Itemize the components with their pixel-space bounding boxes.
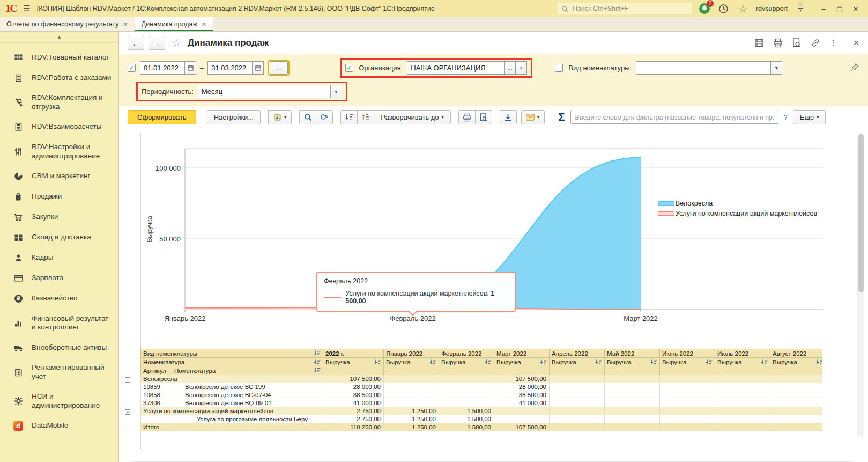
get-link-icon[interactable] (811, 38, 820, 48)
value-cell[interactable] (660, 415, 715, 423)
item-row[interactable]: Услуга по программе лояльности Беру2 750… (141, 415, 822, 423)
value-cell[interactable] (715, 399, 770, 407)
sidebar-item-6[interactable]: Продажи (0, 187, 118, 207)
organization-select-button[interactable]: ... (505, 61, 516, 75)
collapse-group-button[interactable]: − (125, 409, 130, 415)
value-cell[interactable] (550, 415, 605, 423)
column-header[interactable]: Январь 2022 (384, 349, 439, 358)
date-to-field[interactable]: 31.03.2022 (207, 61, 253, 75)
send-email-button[interactable]: ▾ (521, 110, 545, 124)
value-cell[interactable] (384, 399, 439, 407)
item-name-cell[interactable]: Велокресло детское BQ-09-01 (172, 399, 323, 407)
measure-header[interactable]: Выручка (715, 358, 770, 366)
value-cell[interactable] (715, 391, 770, 399)
period-variants-button[interactable]: ... (270, 61, 288, 75)
sidebar-item-0[interactable]: RDV:Товарный каталог (0, 47, 118, 68)
main-menu-icon[interactable]: ☰ (23, 4, 30, 13)
measure-header[interactable]: Выручка (384, 358, 439, 366)
pin-icon[interactable] (850, 63, 859, 74)
value-cell[interactable]: 107 500,00 (494, 375, 550, 383)
item-name-cell[interactable]: Велокресло детское ВС 199 (172, 383, 323, 391)
value-cell[interactable] (605, 423, 660, 431)
close-window-button[interactable]: ✕ (849, 3, 863, 14)
value-cell[interactable] (770, 423, 822, 431)
value-cell[interactable] (550, 391, 605, 399)
value-cell[interactable]: 1 250,00 (384, 407, 439, 415)
article-cell[interactable]: 10858 (141, 391, 172, 399)
back-button[interactable]: ← (128, 36, 144, 50)
sidebar-item-1[interactable]: RDV:Работа с заказами (0, 68, 118, 88)
value-cell[interactable]: 107 500,00 (494, 423, 550, 431)
value-cell[interactable]: 38 500,00 (494, 391, 550, 399)
value-cell[interactable] (770, 415, 822, 423)
global-search-input[interactable] (572, 4, 687, 13)
current-user[interactable]: rdvsupport (756, 5, 788, 12)
sidebar-item-2[interactable]: RDV:Комплектация и отгрузка (0, 88, 118, 117)
value-cell[interactable] (770, 375, 822, 383)
value-cell[interactable] (660, 399, 715, 407)
measure-header[interactable]: Выручка (494, 358, 550, 366)
more-actions-icon[interactable]: ⋮ (829, 38, 837, 48)
value-cell[interactable] (384, 383, 439, 391)
measure-header[interactable]: Выручка (605, 358, 660, 366)
vertical-scrollbar[interactable] (857, 133, 864, 437)
value-cell[interactable] (439, 399, 494, 407)
find-button[interactable] (299, 110, 316, 124)
close-tab-icon[interactable]: ✕ (123, 21, 128, 28)
tab-0[interactable]: Отчеты по финансовому результату✕ (0, 17, 135, 31)
item-name-cell[interactable]: Велокресло детское ВС-07-04 (172, 391, 323, 399)
organization-checkbox[interactable]: ✓ (345, 64, 353, 72)
sidebar-collapse-arrow[interactable]: ▲ (0, 32, 118, 43)
measure-header[interactable]: Выручка (770, 358, 822, 366)
value-cell[interactable]: 1 500,00 (439, 407, 494, 415)
group-name-cell[interactable]: Велокресла (141, 375, 323, 383)
history-icon[interactable] (717, 2, 730, 15)
total-name-cell[interactable]: Итого (141, 423, 323, 431)
header-row1[interactable]: Вид номенклатуры (141, 349, 323, 358)
sidebar-item-5[interactable]: CRM и маркетинг (0, 166, 118, 187)
organization-clear-button[interactable]: × (516, 61, 527, 75)
close-tab-icon[interactable]: ✕ (202, 21, 206, 28)
notifications-bell-icon[interactable]: 2 (698, 2, 711, 15)
print-button[interactable] (458, 110, 476, 124)
generate-button[interactable]: Сформировать (128, 110, 196, 124)
periodicity-field[interactable]: Месяц (198, 85, 331, 98)
legend-item-0[interactable]: Велокресла (658, 200, 817, 207)
sidebar-item-13[interactable]: Внеоборотные активы (0, 338, 118, 358)
group-row[interactable]: Услуги по компенсации акций маркетплейсо… (141, 407, 822, 415)
favorites-star-icon[interactable]: ☆ (737, 2, 750, 15)
report-variants-button[interactable]: ▾ (268, 110, 292, 124)
period-checkbox[interactable]: ✓ (128, 64, 136, 72)
value-cell[interactable] (550, 423, 605, 431)
value-cell[interactable]: 38 500,00 (323, 391, 384, 399)
value-cell[interactable]: 1 250,00 (384, 423, 439, 431)
value-cell[interactable] (660, 375, 715, 383)
sidebar-item-10[interactable]: Зарплата (0, 268, 118, 289)
measure-header[interactable]: Выручка (439, 358, 494, 366)
column-header[interactable]: Май 2022 (605, 349, 660, 358)
column-header[interactable]: Август 2022 (770, 349, 822, 358)
column-header[interactable]: Апрель 2022 (550, 349, 605, 358)
sidebar-item-16[interactable]: dDataMobile (0, 416, 118, 436)
save-file-button[interactable] (500, 110, 517, 124)
preview-icon[interactable] (792, 38, 802, 48)
total-row[interactable]: Итого110 250,001 250,001 500,00107 500,0… (141, 423, 822, 431)
value-cell[interactable] (605, 415, 660, 423)
value-cell[interactable] (770, 391, 822, 399)
close-report-icon[interactable]: ✕ (853, 39, 859, 47)
value-cell[interactable]: 107 500,00 (323, 375, 384, 383)
item-row[interactable]: 10859Велокресло детское ВС 19928 000,002… (141, 383, 822, 391)
quick-filter-input[interactable] (570, 111, 778, 124)
value-cell[interactable] (770, 383, 822, 391)
value-cell[interactable]: 41 000,00 (323, 399, 384, 407)
value-cell[interactable]: 1 500,00 (439, 423, 494, 431)
value-cell[interactable] (384, 391, 439, 399)
global-search-box[interactable] (558, 3, 692, 14)
value-cell[interactable] (715, 383, 770, 391)
sidebar-item-14[interactable]: Регламентированный учет (0, 358, 118, 387)
header-nom[interactable]: Номенклатура (172, 366, 323, 375)
tab-1[interactable]: Динамика продаж✕ (135, 17, 213, 31)
vertical-scrollbar-thumb[interactable] (858, 134, 864, 292)
value-cell[interactable] (550, 399, 605, 407)
column-header[interactable]: 2022 г. (323, 349, 384, 358)
